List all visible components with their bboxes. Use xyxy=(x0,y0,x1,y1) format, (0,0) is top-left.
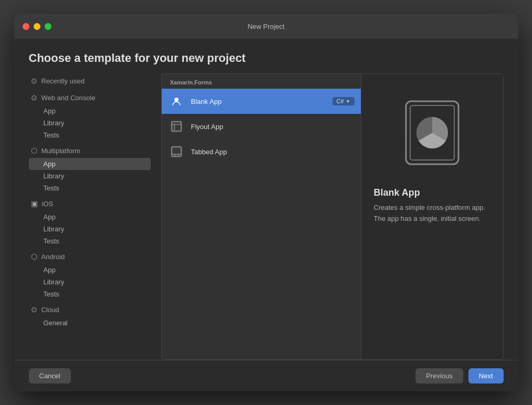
preview-desc1: Creates a simple cross-platform app. xyxy=(374,204,485,211)
tabbed-app-icon xyxy=(168,143,185,160)
template-item-tabbed-app[interactable]: Tabbed App xyxy=(162,139,361,164)
sidebar-section-cloud: ⊙ Cloud General xyxy=(29,302,151,329)
sidebar-item-web-library[interactable]: Library xyxy=(29,117,151,129)
sidebar-item-multi-library[interactable]: Library xyxy=(29,170,151,182)
web-console-icon: ⊙ xyxy=(31,93,37,102)
footer-right: Previous Next xyxy=(415,368,503,383)
template-item-flyout-app[interactable]: Flyout App xyxy=(162,114,361,139)
template-list: Xamarin.Forms Blank App xyxy=(162,74,361,359)
sidebar-section-android: ⬡ Android App Library Tests xyxy=(29,249,151,300)
template-item-blank-app[interactable]: Blank App C# ▼ xyxy=(162,89,361,114)
sidebar-item-android-app[interactable]: App xyxy=(29,264,151,276)
traffic-lights xyxy=(23,23,51,30)
sidebar-label-cloud: Cloud xyxy=(41,306,59,314)
blank-app-icon xyxy=(168,93,185,110)
sidebar-item-web-app[interactable]: App xyxy=(29,105,151,117)
ios-icon: ▣ xyxy=(31,199,38,208)
sidebar-scroll: ⊙ Recently used ⊙ Web and Console App Li… xyxy=(29,73,155,331)
sidebar-item-ios-tests[interactable]: Tests xyxy=(29,235,151,247)
window-title: New Project xyxy=(247,23,284,30)
sidebar-header-android[interactable]: ⬡ Android xyxy=(29,249,151,264)
template-section-label: Xamarin.Forms xyxy=(162,74,361,89)
multiplatform-icon: ⬡ xyxy=(31,146,37,155)
lang-label: C# xyxy=(337,98,344,104)
maximize-button[interactable] xyxy=(45,23,51,30)
blank-app-name: Blank App xyxy=(191,98,326,105)
preview-desc2: The app has a single, initial screen. xyxy=(374,215,481,222)
sidebar-item-ios-library[interactable]: Library xyxy=(29,223,151,235)
tabbed-app-name: Tabbed App xyxy=(191,148,354,156)
sidebar-label-android: Android xyxy=(41,253,65,261)
sidebar: ⊙ Recently used ⊙ Web and Console App Li… xyxy=(29,73,155,360)
sidebar-item-multi-app[interactable]: App xyxy=(29,158,151,170)
preview-graphic xyxy=(390,91,474,175)
sidebar-item-ios-app[interactable]: App xyxy=(29,211,151,223)
sidebar-header-multiplatform[interactable]: ⬡ Multiplatform xyxy=(29,143,151,158)
previous-button[interactable]: Previous xyxy=(415,368,463,383)
lang-badge[interactable]: C# ▼ xyxy=(332,97,354,105)
preview-title: Blank App xyxy=(374,187,420,198)
flyout-app-icon xyxy=(168,118,185,135)
sidebar-label-recently-used: Recently used xyxy=(41,77,85,85)
sidebar-header-cloud[interactable]: ⊙ Cloud xyxy=(29,302,151,317)
cancel-button[interactable]: Cancel xyxy=(29,368,71,383)
minimize-button[interactable] xyxy=(34,23,40,30)
sidebar-label-web-console: Web and Console xyxy=(41,94,96,102)
footer: Cancel Previous Next xyxy=(14,360,518,391)
sidebar-item-web-tests[interactable]: Tests xyxy=(29,129,151,141)
sidebar-section-web-console: ⊙ Web and Console App Library Tests xyxy=(29,90,151,141)
template-panel: Xamarin.Forms Blank App xyxy=(161,73,504,360)
titlebar: New Project xyxy=(14,14,518,39)
content-area: Choose a template for your new project ⊙… xyxy=(14,39,518,391)
sidebar-header-web-console[interactable]: ⊙ Web and Console xyxy=(29,90,151,105)
lang-dropdown-arrow: ▼ xyxy=(346,99,350,104)
sidebar-item-multi-tests[interactable]: Tests xyxy=(29,182,151,194)
sidebar-label-multiplatform: Multiplatform xyxy=(41,147,80,155)
page-title: Choose a template for your new project xyxy=(14,39,518,73)
close-button[interactable] xyxy=(23,23,29,30)
sidebar-label-ios: iOS xyxy=(42,200,54,208)
sidebar-header-ios[interactable]: ▣ iOS xyxy=(29,196,151,211)
sidebar-item-cloud-general[interactable]: General xyxy=(29,317,151,329)
sidebar-header-recently-used[interactable]: ⊙ Recently used xyxy=(29,73,151,88)
preview-panel: Blank App Creates a simple cross-platfor… xyxy=(361,74,503,359)
flyout-app-name: Flyout App xyxy=(191,123,354,131)
sidebar-item-android-library[interactable]: Library xyxy=(29,276,151,288)
svg-point-1 xyxy=(174,98,179,102)
sidebar-section-ios: ▣ iOS App Library Tests xyxy=(29,196,151,247)
main-window: New Project Choose a template for your n… xyxy=(14,14,518,391)
next-button[interactable]: Next xyxy=(468,368,504,383)
panel-row: Xamarin.Forms Blank App xyxy=(162,74,503,359)
sidebar-section-multiplatform: ⬡ Multiplatform App Library Tests xyxy=(29,143,151,194)
android-icon: ⬡ xyxy=(31,252,37,261)
main-body: ⊙ Recently used ⊙ Web and Console App Li… xyxy=(14,73,518,360)
sidebar-item-android-tests[interactable]: Tests xyxy=(29,288,151,300)
recently-used-icon: ⊙ xyxy=(31,77,37,85)
cloud-icon: ⊙ xyxy=(31,305,37,314)
sidebar-section-recently-used: ⊙ Recently used xyxy=(29,73,151,88)
